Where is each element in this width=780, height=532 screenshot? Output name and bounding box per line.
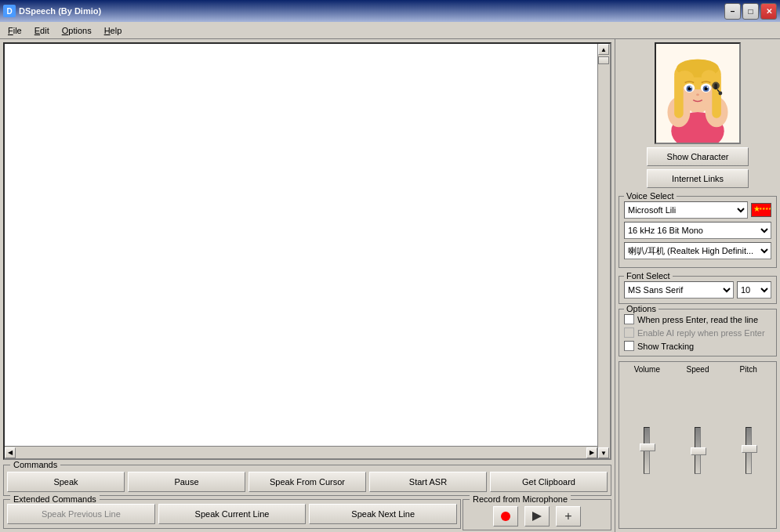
record-dot-icon [501,512,510,521]
record-section: Record from Microphone + [463,499,611,530]
text-area-container: ▲ ▼ ◀ ▶ [3,42,611,460]
device-select-dropdown[interactable]: 喇叭/耳机 (Realtek High Definit... [624,242,771,259]
app-icon: D [3,5,16,17]
horizontal-scrollbar[interactable]: ◀ ▶ [5,446,597,458]
volume-track[interactable] [644,427,650,474]
text-input[interactable] [5,44,597,446]
options-label: Options [624,304,658,313]
device-dropdown-row: 喇叭/耳机 (Realtek High Definit... [624,242,771,259]
extended-row: Speak Previous Line Speak Current Line S… [7,504,457,524]
pitch-track[interactable] [746,427,752,474]
font-select-dropdown[interactable]: MS Sans Serif [624,281,734,299]
font-select-group: Font Select MS Sans Serif 10 [619,276,777,304]
option-enter-read-row: When press Enter, read the line [624,314,771,324]
font-row: MS Sans Serif 10 [624,281,771,299]
speed-slider-group: Speed [673,365,723,525]
pitch-label: Pitch [740,365,757,374]
close-button[interactable]: ✕ [760,3,777,20]
minimize-button[interactable]: – [724,3,741,20]
add-button[interactable]: + [556,506,581,527]
voice-select-dropdown[interactable]: Microsoft Lili [624,201,748,219]
ai-reply-checkbox[interactable] [624,328,634,338]
volume-thumb[interactable] [640,443,655,451]
voice-select-group: Voice Select Microsoft Lili 16 kHz 16 Bi… [619,196,777,268]
pitch-thumb[interactable] [742,445,757,453]
main-layout: ▲ ▼ ◀ ▶ Commands Speak Pause Speak F [0,39,780,532]
font-select-label: Font Select [624,271,673,280]
commands-row: Speak Pause Speak From Cursor Start ASR … [7,469,608,492]
svg-point-20 [696,93,699,96]
option-show-tracking-row: Show Tracking [624,341,771,351]
enter-read-checkbox[interactable] [624,314,634,324]
left-panel: ▲ ▼ ◀ ▶ Commands Speak Pause Speak F [0,39,615,532]
vertical-scrollbar[interactable]: ▲ ▼ [597,44,610,458]
character-image [655,42,741,144]
right-panel: Show Character Internet Links Voice Sele… [615,39,780,532]
start-asr-button[interactable]: Start ASR [369,472,487,492]
commands-label: Commands [10,460,60,469]
option-ai-reply-row: Enable AI reply when press Enter [624,328,771,338]
speed-label: Speed [687,365,709,374]
svg-point-18 [690,86,691,88]
quality-select-dropdown[interactable]: 16 kHz 16 Bit Mono [624,222,771,239]
quality-dropdown-row: 16 kHz 16 Bit Mono [624,222,771,239]
menu-options[interactable]: Options [56,24,98,37]
menu-help[interactable]: Help [98,24,129,37]
extended-label: Extended Commands [10,494,100,504]
app-title: DSpeech (By Dimio) [19,6,101,16]
maximize-button[interactable]: □ [742,3,759,20]
pitch-slider-group: Pitch [724,365,773,525]
options-group: Options When press Enter, read the line … [619,309,777,356]
svg-point-19 [707,86,709,88]
speak-current-button[interactable]: Speak Current Line [158,504,307,524]
speak-previous-button[interactable]: Speak Previous Line [7,504,155,524]
svg-point-24 [719,92,723,96]
play-button[interactable] [524,506,550,527]
commands-section: Commands Speak Pause Speak From Cursor S… [3,465,611,496]
enter-read-text: When press Enter, read the line [637,315,758,324]
voice-select-label: Voice Select [624,191,677,201]
menu-bar: File Edit Options Help [0,22,780,39]
speak-next-button[interactable]: Speak Next Line [309,504,457,524]
volume-slider-group: Volume [622,365,672,525]
font-size-dropdown[interactable]: 10 [737,281,771,299]
character-area: Show Character Internet Links [619,42,777,188]
title-bar: D DSpeech (By Dimio) – □ ✕ [0,0,780,22]
extended-section: Extended Commands Speak Previous Line Sp… [3,499,461,529]
pause-button[interactable]: Pause [128,472,245,492]
svg-point-10 [676,71,694,85]
ai-reply-text: Enable AI reply when press Enter [637,328,765,338]
title-bar-left: D DSpeech (By Dimio) [3,5,101,17]
speak-button[interactable]: Speak [7,472,125,492]
speed-thumb[interactable] [691,447,706,455]
plus-icon: + [564,510,571,523]
menu-edit[interactable]: Edit [28,24,56,37]
show-tracking-checkbox[interactable] [624,341,634,351]
character-svg [656,44,739,143]
bottom-row: Extended Commands Speak Previous Line Sp… [0,498,615,532]
show-character-button[interactable]: Show Character [647,147,749,166]
menu-file[interactable]: File [2,24,28,37]
title-bar-buttons: – □ ✕ [724,3,777,20]
get-clipboard-button[interactable]: Get Clipboard [490,472,608,492]
speak-from-cursor-button[interactable]: Speak From Cursor [249,472,366,492]
play-icon [532,512,542,521]
flag-cn-icon [751,203,771,217]
speed-track[interactable] [695,427,701,474]
internet-links-button[interactable]: Internet Links [647,169,749,188]
voice-dropdown-row: Microsoft Lili [624,201,771,219]
show-tracking-text: Show Tracking [637,342,694,351]
record-label: Record from Microphone [470,494,571,504]
svg-rect-22 [714,83,717,89]
record-button[interactable] [493,506,518,527]
volume-label: Volume [634,365,660,374]
sliders-area: Volume Speed Pitch [619,361,777,529]
record-row: + [466,503,608,527]
